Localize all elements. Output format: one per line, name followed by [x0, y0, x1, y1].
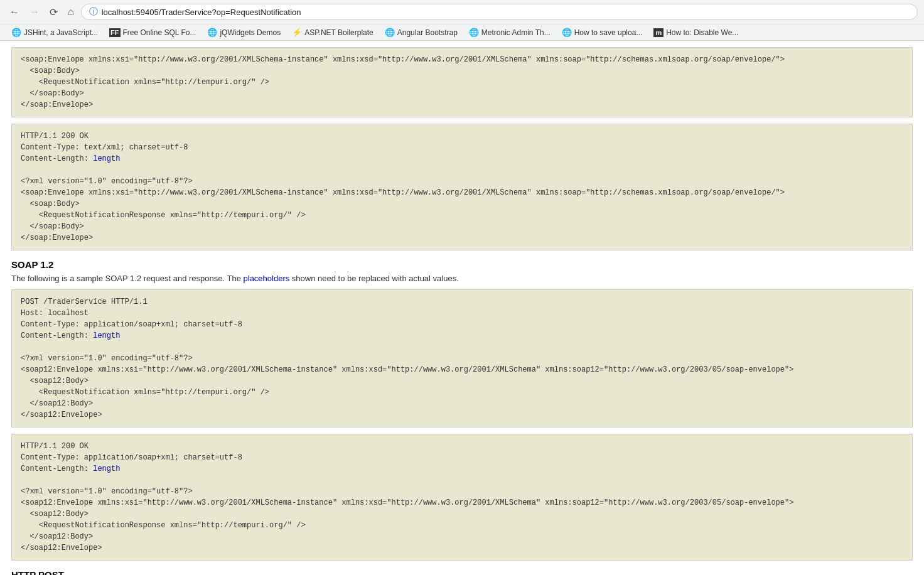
address-bar[interactable]: ⓘ localhost:59405/TraderService?op=Reque… [81, 4, 918, 20]
bookmark-aspnet[interactable]: ⚡ ASP.NET Boilerplate [287, 26, 379, 38]
bookmark-aspnet-label: ASP.NET Boilerplate [304, 28, 373, 37]
soap12-response-block: HTTP/1.1 200 OK Content-Type: applicatio… [11, 434, 913, 561]
bookmark-angular-label: Angular Bootstrap [397, 28, 458, 37]
home-button[interactable]: ⌂ [65, 5, 77, 19]
bookmark-jqwidgets[interactable]: 🌐 jQWidgets Demos [202, 26, 286, 38]
soap11-request-group: <soap:Envelope xmlns:xsi="http://www.w3.… [11, 47, 913, 117]
soap11-response-block: HTTP/1.1 200 OK Content-Type: text/xml; … [11, 124, 913, 250]
soap11-length-link[interactable]: length [93, 154, 120, 163]
page-content: <soap:Envelope xmlns:xsi="http://www.w3.… [0, 47, 924, 575]
bookmark-metronic[interactable]: 🌐 Metronic Admin Th... [464, 26, 556, 38]
nav-bar: ← → ⟳ ⌂ ⓘ localhost:59405/TraderService?… [0, 0, 924, 24]
bookmark-sql-label: Free Online SQL Fo... [123, 28, 196, 37]
soap11-response-group: HTTP/1.1 200 OK Content-Type: text/xml; … [11, 124, 913, 250]
bookmark-angular-icon: 🌐 [385, 28, 395, 37]
soap12-heading: SOAP 1.2 [11, 259, 913, 270]
http-post-heading: HTTP POST [11, 569, 913, 575]
soap12-placeholder-link[interactable]: placeholders [244, 274, 290, 283]
soap12-description: The following is a sample SOAP 1.2 reque… [11, 274, 913, 283]
soap12-desc-after: shown need to be replaced with actual va… [289, 274, 459, 283]
soap12-request-length-link[interactable]: length [93, 331, 120, 340]
bookmark-metronic-label: Metronic Admin Th... [481, 28, 551, 37]
soap12-request-group: POST /TraderService HTTP/1.1 Host: local… [11, 289, 913, 427]
bookmark-sql-icon: FF [109, 28, 120, 37]
bookmark-disable-icon: m [653, 28, 663, 37]
bookmark-jshint-icon: 🌐 [11, 28, 21, 37]
forward-button[interactable]: → [26, 5, 43, 19]
bookmark-metronic-icon: 🌐 [469, 28, 479, 37]
soap12-response-length-link[interactable]: length [93, 465, 120, 473]
browser-chrome: ← → ⟳ ⌂ ⓘ localhost:59405/TraderService?… [0, 0, 924, 41]
security-icon: ⓘ [89, 6, 98, 18]
back-button[interactable]: ← [6, 5, 23, 19]
soap12-response-group: HTTP/1.1 200 OK Content-Type: applicatio… [11, 434, 913, 561]
bookmark-disable-label: How to: Disable We... [666, 28, 738, 37]
soap11-request-block: <soap:Envelope xmlns:xsi="http://www.w3.… [11, 47, 913, 117]
bookmark-jshint[interactable]: 🌐 JSHint, a JavaScript... [6, 26, 103, 38]
bookmark-angular[interactable]: 🌐 Angular Bootstrap [380, 26, 463, 38]
bookmarks-bar: 🌐 JSHint, a JavaScript... FF Free Online… [0, 24, 924, 40]
bookmark-jshint-label: JSHint, a JavaScript... [24, 28, 98, 37]
bookmark-jqwidgets-icon: 🌐 [207, 28, 217, 37]
url-text: localhost:59405/TraderService?op=Request… [102, 8, 910, 17]
bookmark-upload-icon: 🌐 [562, 28, 572, 37]
bookmark-sql[interactable]: FF Free Online SQL Fo... [104, 27, 201, 38]
bookmark-upload[interactable]: 🌐 How to save uploa... [557, 26, 648, 38]
soap12-desc-before: The following is a sample SOAP 1.2 reque… [11, 274, 244, 283]
bookmark-disable[interactable]: m How to: Disable We... [648, 27, 743, 38]
bookmark-jqwidgets-label: jQWidgets Demos [220, 28, 281, 37]
bookmark-upload-label: How to save uploa... [574, 28, 643, 37]
soap12-request-block: POST /TraderService HTTP/1.1 Host: local… [11, 289, 913, 427]
bookmark-aspnet-icon: ⚡ [292, 28, 302, 37]
reload-button[interactable]: ⟳ [46, 5, 61, 19]
